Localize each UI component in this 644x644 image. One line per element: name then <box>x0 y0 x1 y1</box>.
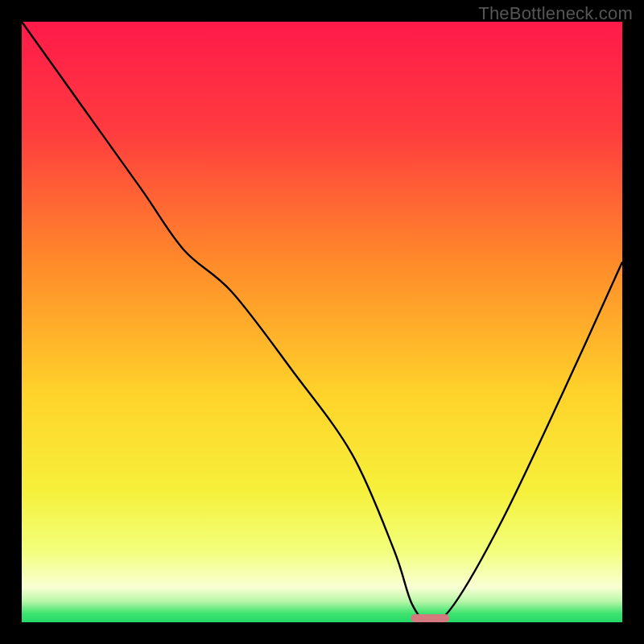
chart-container: TheBottleneck.com <box>0 0 644 644</box>
bottleneck-chart <box>0 0 644 644</box>
optimal-range-marker <box>411 614 449 622</box>
plot-background-gradient <box>22 22 622 622</box>
watermark-text: TheBottleneck.com <box>478 3 633 24</box>
